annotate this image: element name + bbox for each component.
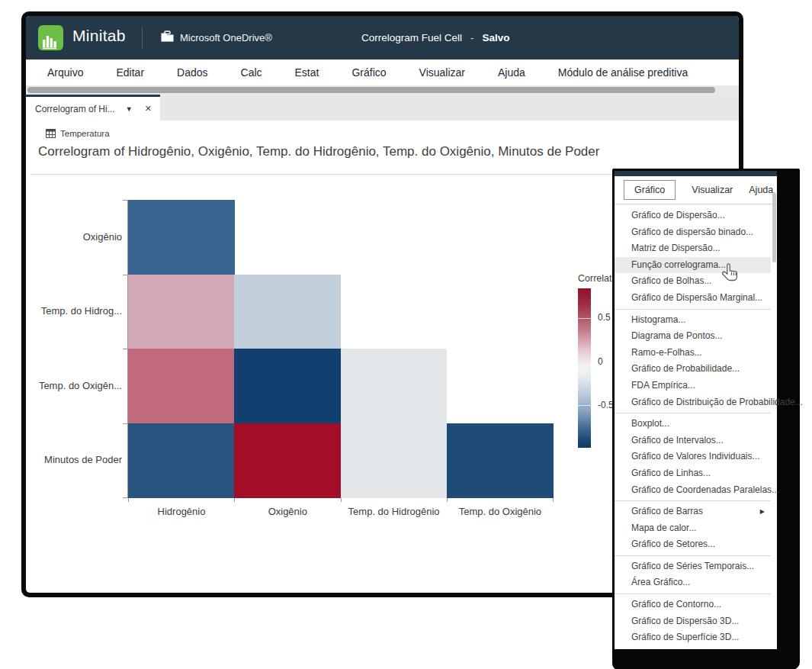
x-axis-tick: [447, 498, 448, 502]
x-axis-label-hidrogenio: Hidrogênio: [128, 506, 235, 517]
legend-hairline: [578, 318, 591, 319]
x-axis-tick: [553, 498, 554, 502]
menu-separator: [615, 500, 771, 501]
menu-item-grafico-de-coordenadas-paralelas[interactable]: Gráfico de Coordenadas Paralelas...: [615, 482, 771, 499]
menu-item-mapa-de-calor[interactable]: Mapa de calor...: [615, 520, 771, 537]
y-axis-tick: [123, 423, 127, 424]
context-menu: GráficoVisualizarAjuda Gráfico de Disper…: [612, 169, 800, 669]
menu-item-grafico-de-series-temporais[interactable]: Gráfico de Séries Temporais...: [615, 558, 771, 575]
correlogram-plot: OxigênioTemp. do Hidrog...Temp. do Oxigê…: [128, 200, 554, 497]
heatmap-cell-r3c1[interactable]: [234, 423, 341, 498]
menu-separator: [615, 555, 771, 556]
menubar-item-editar[interactable]: Editar: [116, 66, 144, 79]
context-menu-tabs: GráficoVisualizarAjuda: [615, 176, 777, 204]
menubar-item-modulo-de-analise-preditiva[interactable]: Módulo de análise preditiva: [558, 66, 688, 79]
tab-correlogram[interactable]: Correlogram of Hi... ▼ ✕: [26, 95, 160, 121]
heatmap-cell-r0c0[interactable]: [128, 200, 235, 275]
y-axis-tick: [123, 349, 127, 349]
save-status-label: Salvo: [483, 32, 510, 43]
screenshot-stage: Minitab Microsoft OneDrive® Correlogram …: [0, 0, 812, 669]
heatmap-cell-r2c2[interactable]: [341, 349, 448, 423]
submenu-arrow-icon: ▶: [760, 503, 765, 520]
context-menu-scrollbar-thumb[interactable]: [772, 192, 776, 262]
legend-tick-label: -0.5: [598, 400, 614, 410]
menu-item-grafico-de-linhas[interactable]: Gráfico de Linhas...: [615, 465, 771, 482]
folder-icon: [160, 31, 175, 46]
menu-item-grafico-de-dispersao-3d[interactable]: Gráfico de Dispersão 3D...: [615, 613, 771, 630]
y-axis-tick: [123, 200, 127, 201]
menubar-item-visualizar[interactable]: Visualizar: [419, 66, 465, 79]
menu-separator: [615, 593, 771, 594]
context-menu-tab-visualizar[interactable]: Visualizar: [692, 185, 733, 195]
y-axis-label-oxigenio: Oxigênio: [26, 231, 122, 243]
storage-provider-label[interactable]: Microsoft OneDrive®: [180, 32, 272, 43]
context-menu-top-border: [615, 171, 777, 176]
heatmap-cell-r1c0[interactable]: [128, 275, 235, 349]
x-axis-label-oxigenio: Oxigênio: [234, 506, 341, 517]
menubar-item-estat[interactable]: Estat: [295, 66, 319, 79]
legend-tick-label: 0.5: [598, 312, 611, 323]
heatmap-cell-r3c0[interactable]: [128, 423, 235, 498]
worksheet-grid-icon: [46, 129, 56, 138]
menu-item-grafico-de-bolhas[interactable]: Gráfico de Bolhas...: [615, 273, 771, 290]
y-axis-tick: [123, 275, 127, 275]
heatmap-cell-r2c0[interactable]: [128, 349, 235, 423]
menu-item-grafico-de-setores[interactable]: Gráfico de Setores...: [615, 536, 771, 553]
menubar-item-grafico[interactable]: Gráfico: [351, 66, 386, 79]
heatmap-cell-r3c2[interactable]: [341, 423, 448, 498]
caret-down-icon[interactable]: ▼: [126, 105, 133, 113]
menu-item-ramo-e-folhas[interactable]: Ramo-e-Folhas...: [615, 345, 771, 362]
menu-item-grafico-de-contorno[interactable]: Gráfico de Contorno...: [615, 597, 771, 613]
y-axis-label-temp-do-oxigen: Temp. do Oxigên...: [26, 380, 122, 391]
app-menubar: ArquivoEditarDadosCalcEstatGráficoVisual…: [26, 60, 739, 85]
menu-item-grafico-de-valores-individuais[interactable]: Gráfico de Valores Individuais...: [615, 449, 771, 465]
menu-item-diagrama-de-pontos[interactable]: Diagrama de Pontos...: [615, 328, 771, 345]
menu-item-grafico-de-probabilidade[interactable]: Gráfico de Probabilidade...: [615, 361, 771, 378]
menu-item-grafico-de-dispersao-binado[interactable]: Gráfico de dispersão binado...: [615, 224, 771, 241]
menu-item-grafico-de-dispersao-marginal[interactable]: Gráfico de Dispersão Marginal...: [615, 290, 771, 307]
heatmap-cell-r3c3[interactable]: [447, 423, 554, 498]
menubar-item-arquivo[interactable]: Arquivo: [47, 66, 83, 79]
menu-separator: [615, 309, 771, 310]
output-tab-strip: Correlogram of Hi... ▼ ✕: [26, 95, 739, 121]
menu-item-matriz-de-dispersao[interactable]: Matriz de Dispersão...: [615, 240, 771, 257]
heatmap-cell-r2c1[interactable]: [234, 349, 341, 423]
menu-item-grafico-de-barras[interactable]: Gráfico de Barras▶: [615, 503, 771, 520]
close-icon[interactable]: ✕: [145, 104, 152, 114]
y-axis-label-minutos-de-poder: Minutos de Poder: [26, 454, 122, 465]
y-axis-label-temp-do-hidrog: Temp. do Hidrog...: [26, 305, 122, 317]
x-axis-tick: [234, 498, 235, 502]
context-menu-panel: GráficoVisualizarAjuda Gráfico de Disper…: [615, 176, 777, 649]
menu-item-histograma[interactable]: Histograma...: [615, 312, 771, 329]
legend-tick-label: 0: [598, 356, 603, 367]
brand-name: Minitab: [72, 27, 126, 45]
menu-item-grafico-de-distribuicao-de-probabilidade[interactable]: Gráfico de Distribuição de Probabilidade…: [615, 394, 771, 411]
menu-item-funcao-correlograma[interactable]: Função correlograma...: [615, 257, 771, 274]
menubar-item-dados[interactable]: Dados: [177, 66, 207, 79]
context-menu-tab-ajuda[interactable]: Ajuda: [749, 185, 773, 195]
x-axis-label-temp-do-oxigenio: Temp. do Oxigênio: [447, 506, 554, 517]
y-axis-tick: [123, 497, 127, 498]
title-separator: -: [470, 32, 474, 43]
horizontal-scrollbar-track[interactable]: [26, 85, 739, 95]
menu-item-grafico-de-superficie-3d[interactable]: Gráfico de Superfície 3D...: [615, 629, 771, 646]
chart-title: Correlogram of Hidrogênio, Oxigênio, Tem…: [38, 144, 724, 159]
x-axis-tick: [128, 498, 129, 502]
horizontal-scrollbar-thumb[interactable]: [27, 87, 715, 93]
worksheet-name: Temperatura: [60, 129, 110, 138]
menubar-item-ajuda[interactable]: Ajuda: [498, 66, 525, 79]
document-title[interactable]: Correlogram Fuel Cell: [361, 32, 462, 43]
legend-gradient-bar: [578, 288, 591, 448]
menu-item-grafico-de-dispersao[interactable]: Gráfico de Dispersão...: [615, 207, 771, 224]
context-menu-tab-grafico[interactable]: Gráfico: [624, 180, 676, 200]
menu-item-area-grafico[interactable]: Área Gráfico...: [615, 574, 771, 591]
menu-item-fda-empirica[interactable]: FDA Empírica...: [615, 378, 771, 394]
menubar-item-calc[interactable]: Calc: [241, 66, 262, 79]
heatmap-cell-r1c1[interactable]: [234, 275, 341, 349]
tab-label: Correlogram of Hi...: [35, 104, 115, 114]
worksheet-link[interactable]: Temperatura: [46, 129, 110, 138]
menu-item-grafico-de-intervalos[interactable]: Gráfico de Intervalos...: [615, 433, 771, 449]
menu-separator: [615, 413, 771, 413]
menu-item-boxplot[interactable]: Boxplot...: [615, 416, 771, 433]
x-axis-label-temp-do-hidrogenio: Temp. do Hidrogênio: [341, 506, 448, 517]
